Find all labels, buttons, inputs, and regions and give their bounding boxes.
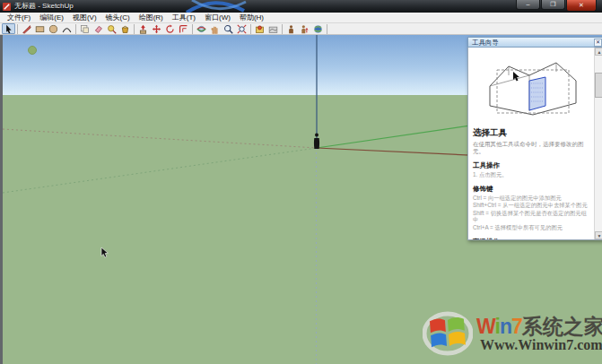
paint-bucket-icon[interactable]: [118, 23, 132, 34]
advanced-heading: 高级操作: [473, 238, 591, 240]
titlebar-swoosh-decoration: [179, 0, 251, 13]
menu-edit[interactable]: 编辑(E): [35, 13, 68, 23]
circle-tool-icon[interactable]: [47, 23, 60, 34]
modifier-shift: Shift = 切换选择某个图元是否在选定的图元组中: [473, 210, 591, 223]
zoom-extents-icon[interactable]: [235, 23, 249, 34]
add-location-icon[interactable]: [253, 23, 266, 34]
maximize-button[interactable]: ❐: [541, 0, 565, 10]
move-tool-icon[interactable]: [150, 23, 163, 34]
getting-started-toolbar: [0, 23, 602, 35]
window-title: 无标题 - SketchUp: [14, 0, 74, 13]
operation-heading: 工具操作: [473, 161, 591, 170]
orbit-tool-icon[interactable]: [195, 23, 208, 34]
rotate-tool-icon[interactable]: [163, 23, 177, 34]
menu-help[interactable]: 帮助(H): [235, 13, 268, 23]
offset-tool-icon[interactable]: [177, 23, 190, 34]
menu-view[interactable]: 视图(V): [68, 13, 101, 23]
modifier-ctrl-a: Ctrl+A = 选择模型中所有可见的图元: [473, 224, 591, 231]
eraser-tool-icon[interactable]: [92, 23, 105, 34]
menu-camera[interactable]: 镜头(C): [101, 13, 135, 23]
minimize-button[interactable]: –: [516, 0, 540, 10]
tool-intro: 在使用其他工具或命令时，选择要修改的图元。: [473, 141, 591, 155]
arc-tool-icon[interactable]: [60, 23, 74, 34]
menu-draw[interactable]: 绘图(R): [135, 13, 168, 23]
toolbar-separator: [134, 24, 135, 34]
rectangle-tool-icon[interactable]: [33, 23, 47, 34]
toolbar-separator: [192, 24, 193, 34]
modifier-heading: 修饰键: [473, 185, 591, 194]
make-component-icon[interactable]: [78, 23, 92, 34]
select-tool-icon[interactable]: [2, 23, 15, 34]
menu-file[interactable]: 文件(F): [3, 13, 35, 23]
select-tool-illustration: [479, 54, 585, 122]
close-button[interactable]: ✕: [566, 0, 597, 12]
scrollbar-thumb[interactable]: [595, 73, 602, 98]
scale-figure: [314, 134, 319, 150]
toolbar-separator: [282, 24, 283, 34]
windows-logo-icon: [423, 309, 473, 358]
instructor-panel-title: 工具向导: [472, 39, 499, 47]
line-tool-icon[interactable]: [20, 23, 33, 34]
drawn-circle-entity: [29, 47, 37, 55]
tool-heading: 选择工具: [473, 127, 591, 139]
scroll-down-icon[interactable]: ▼: [595, 231, 602, 239]
menu-tools[interactable]: 工具(T): [168, 13, 200, 23]
scroll-up-icon[interactable]: ▲: [595, 48, 602, 56]
toolbar-separator: [250, 24, 251, 34]
instructor-panel: 工具向导 ✕ 选择工具 在使用其他工具或命令时，选择要修改的图元。 工具操作: [467, 37, 602, 240]
push-pull-tool-icon[interactable]: [136, 23, 150, 34]
win7-watermark: Win7系统之家 Www.Winwin7.com: [423, 308, 602, 361]
tape-measure-icon[interactable]: [105, 23, 118, 34]
title-bar: 无标题 - SketchUp – ❐ ✕: [0, 0, 602, 13]
modifier-shift-ctrl: Shift+Ctrl = 从一组选定的图元中去掉某个图元: [473, 202, 591, 209]
panel-close-icon[interactable]: ✕: [594, 39, 602, 47]
model-viewport[interactable]: 工具向导 ✕ 选择工具 在使用其他工具或命令时，选择要修改的图元。 工具操作: [0, 35, 602, 364]
modifier-ctrl: Ctrl = 向一组选定的图元中添加图元: [473, 195, 591, 202]
menu-window[interactable]: 窗口(W): [200, 13, 235, 23]
watermark-url-text: Www.Winwin7.com: [480, 337, 602, 353]
toolbar-separator: [17, 24, 18, 34]
pan-tool-icon[interactable]: [208, 23, 222, 34]
get-models-icon[interactable]: [284, 23, 298, 34]
menu-bar: 文件(F) 编辑(E) 视图(V) 镜头(C) 绘图(R) 工具(T) 窗口(W…: [0, 13, 602, 23]
instructor-panel-titlebar[interactable]: 工具向导 ✕: [467, 37, 602, 48]
toolbar-separator: [75, 24, 76, 34]
operation-step: 1. 点击图元。: [473, 171, 591, 178]
send-to-layout-icon[interactable]: [311, 23, 325, 34]
share-model-icon[interactable]: [298, 23, 311, 34]
toolbar-separator: [327, 24, 327, 34]
zoom-tool-icon[interactable]: [222, 23, 235, 34]
toggle-terrain-icon[interactable]: [266, 23, 280, 34]
instructor-panel-body: 选择工具 在使用其他工具或命令时，选择要修改的图元。 工具操作 1. 点击图元。…: [467, 48, 602, 240]
sketchup-app-icon: [3, 3, 11, 11]
sketchup-window: 无标题 - SketchUp – ❐ ✕ 文件(F) 编辑(E) 视图(V) 镜…: [0, 0, 602, 364]
mouse-cursor: [101, 247, 108, 257]
panel-scrollbar[interactable]: ▲ ▼: [594, 48, 602, 239]
